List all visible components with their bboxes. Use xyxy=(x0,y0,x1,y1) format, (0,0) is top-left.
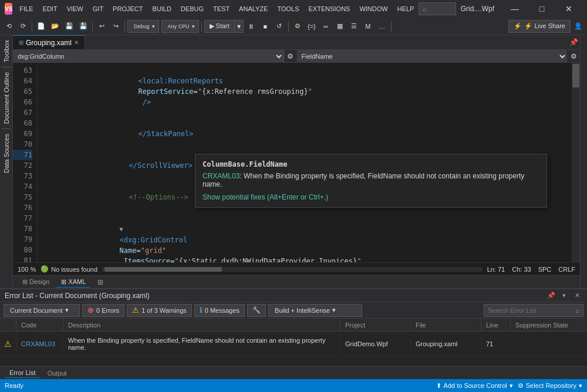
build-scope-button[interactable]: 🔧 xyxy=(247,304,266,317)
toolbox-label[interactable]: Toolbox xyxy=(2,38,11,65)
message-icon: ℹ xyxy=(200,306,203,315)
menu-git[interactable]: GIT xyxy=(88,3,108,15)
popup-fix-link[interactable]: Show potential fixes (Alt+Enter or Ctrl+… xyxy=(203,193,539,201)
error-line-text: 71 xyxy=(486,340,493,347)
toolbar-b2[interactable]: {=} xyxy=(305,20,318,33)
expand-67[interactable]: ▼ xyxy=(120,226,123,232)
tab-close-icon[interactable]: ✕ xyxy=(74,39,79,46)
main-content: Toolbox Document Outline Data Sources ⊞ … xyxy=(0,35,587,392)
build-intellisense-dropdown[interactable]: Build + IntelliSense ▾ xyxy=(268,304,362,317)
scope-dropdown[interactable]: Current Document ▾ xyxy=(4,304,80,317)
h-scrollbar-thumb[interactable] xyxy=(104,267,222,272)
toolbar-back[interactable]: ⟲ xyxy=(2,20,15,33)
spc-indicator: SPC xyxy=(538,266,552,273)
col-header-project[interactable]: Project xyxy=(340,319,411,331)
scrollbar-thumb[interactable] xyxy=(572,64,579,87)
view-options-button[interactable]: ⊞ xyxy=(94,277,107,288)
toolbar-account[interactable]: 👤 xyxy=(572,20,585,33)
editor-scrollbar[interactable] xyxy=(572,63,580,262)
error-panel-title: Error List - Current Document (Grouping.… xyxy=(5,292,150,300)
error-search-box: ⌕ xyxy=(484,304,583,317)
menu-help[interactable]: HELP xyxy=(393,3,419,15)
toolbar-b1[interactable]: ⚙ xyxy=(291,20,304,33)
menu-tools[interactable]: TOOLS xyxy=(272,3,303,15)
popup-code-link[interactable]: CRXAML03 xyxy=(203,172,239,180)
toolbar-forward[interactable]: ⟳ xyxy=(16,20,29,33)
error-circle-icon: ⊗ xyxy=(87,306,94,315)
toolbar-stop[interactable]: ■ xyxy=(259,20,272,33)
toolbar-b3[interactable]: ═ xyxy=(319,20,332,33)
select-repo-button[interactable]: ⚙ Select Repository ▾ xyxy=(518,382,582,390)
error-icon-cell: ⚠ xyxy=(0,332,16,356)
tab-pin-button[interactable]: 📌 xyxy=(567,36,580,49)
panel-pin-button[interactable]: 📌 xyxy=(546,290,556,301)
cpu-dropdown[interactable]: Any CPU▾ xyxy=(161,20,199,33)
menu-project[interactable]: PROJECT xyxy=(108,3,147,15)
document-outline-label[interactable]: Document Outline xyxy=(2,70,11,126)
col-header-suppression[interactable]: Suppression State xyxy=(511,319,587,331)
toolbar-b7[interactable]: … xyxy=(376,20,389,33)
start-button[interactable]: ▶ Start ▾ xyxy=(204,20,244,33)
error-suppression-cell xyxy=(511,342,587,346)
menu-build[interactable]: BUILD xyxy=(147,3,176,15)
toolbar-b5[interactable]: ☰ xyxy=(348,20,360,33)
right-panel-handle xyxy=(580,35,587,288)
col-header-file[interactable]: File xyxy=(411,319,481,331)
toolbar-new[interactable]: 📄 xyxy=(35,20,48,33)
app-icon: VS xyxy=(5,3,12,15)
start-dropdown-arrow[interactable]: ▾ xyxy=(234,21,243,32)
start-label[interactable]: ▶ Start xyxy=(205,22,234,30)
xaml-tab[interactable]: ⊞ XAML xyxy=(56,277,90,288)
type-dropdown[interactable]: dxg:GridColumn xyxy=(13,50,284,63)
add-source-control-button[interactable]: ⬆ Add to Source Control ▾ xyxy=(436,382,513,390)
error-list-tab[interactable]: Error List xyxy=(5,368,41,378)
toolbar-sep-4 xyxy=(201,21,202,32)
nav-options-button[interactable]: ⚙ xyxy=(567,50,580,63)
member-dropdown[interactable]: FieldName xyxy=(297,50,568,63)
toolbar-undo[interactable]: ↩ xyxy=(95,20,108,33)
live-share-button[interactable]: ⚡ ⚡ Live Share xyxy=(508,20,571,33)
menu-view[interactable]: VIEW xyxy=(62,3,88,15)
editor-main: ⊞ Grouping.xaml ✕ 📌 dxg:GridColumn ⚙ xyxy=(13,35,580,288)
menu-bar: FILE EDIT VIEW GIT PROJECT BUILD DEBUG T… xyxy=(15,3,419,15)
toolbar-open[interactable]: 📂 xyxy=(49,20,62,33)
toolbar-restart[interactable]: ↺ xyxy=(273,20,286,33)
menu-test[interactable]: TEST xyxy=(208,3,234,15)
menu-debug[interactable]: DEBUG xyxy=(176,3,208,15)
errors-count-button[interactable]: ⊗ 0 Errors xyxy=(82,304,124,317)
title-search[interactable]: ⌕ xyxy=(419,2,456,15)
close-button[interactable]: ✕ xyxy=(555,0,582,18)
data-sources-label[interactable]: Data Sources xyxy=(2,131,11,175)
xaml-icon: ⊞ xyxy=(61,278,66,285)
toolbox-sep xyxy=(2,67,11,67)
error-search-input[interactable] xyxy=(488,307,575,314)
toolbar-sep-2 xyxy=(92,21,93,32)
debug-config-dropdown[interactable]: Debug▾ xyxy=(127,20,159,33)
output-tab[interactable]: Output xyxy=(43,369,72,378)
panel-close-button[interactable]: ✕ xyxy=(572,290,582,301)
minimize-button[interactable]: — xyxy=(501,0,528,18)
toolbar-redo[interactable]: ↪ xyxy=(109,20,122,33)
toolbar-pause[interactable]: ⏸ xyxy=(245,20,258,33)
warnings-count-button[interactable]: ⚠ 1 of 3 Warnings xyxy=(127,304,192,317)
editor-tab-grouping[interactable]: ⊞ Grouping.xaml ✕ xyxy=(13,35,85,49)
toolbar-b4[interactable]: ▦ xyxy=(333,20,346,33)
maximize-button[interactable]: □ xyxy=(528,0,555,18)
toolbar-b6[interactable]: M xyxy=(362,20,375,33)
error-code-link[interactable]: CRXAML03 xyxy=(21,340,55,347)
menu-extensions[interactable]: EXTENSIONS xyxy=(304,3,355,15)
menu-analyze[interactable]: ANALYZE xyxy=(234,3,272,15)
col-header-code[interactable]: Code xyxy=(16,319,63,331)
menu-file[interactable]: FILE xyxy=(15,3,38,15)
menu-window[interactable]: WINDOW xyxy=(355,3,392,15)
menu-edit[interactable]: EDIT xyxy=(38,3,62,15)
ln-indicator: Ln: 71 xyxy=(487,266,505,273)
messages-count-button[interactable]: ℹ 0 Messages xyxy=(194,304,245,317)
design-tab[interactable]: ⊞ Design xyxy=(18,277,54,287)
col-header-description[interactable]: Description xyxy=(63,319,340,331)
toolbar-save-all[interactable]: 💾 xyxy=(77,20,90,33)
panel-dropdown-button[interactable]: ▾ xyxy=(559,290,569,301)
col-header-line[interactable]: Line xyxy=(481,319,511,331)
horizontal-scrollbar[interactable] xyxy=(102,267,483,272)
toolbar-save[interactable]: 💾 xyxy=(63,20,76,33)
